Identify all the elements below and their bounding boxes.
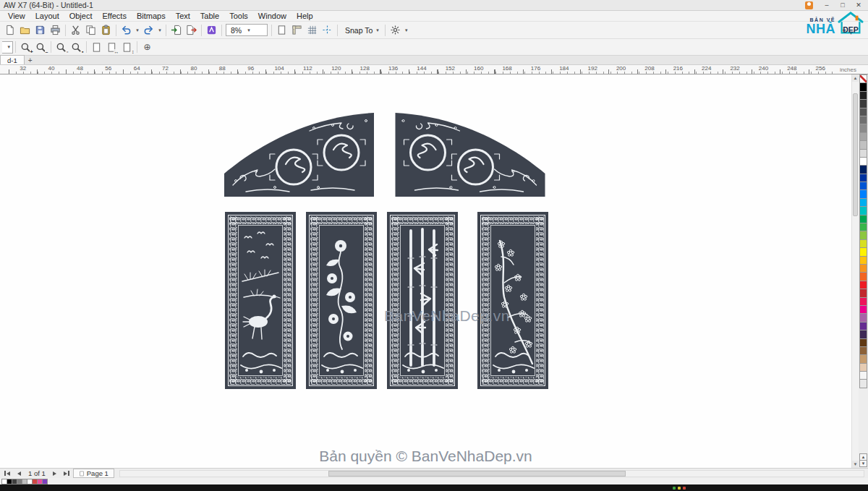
redo-button[interactable] [141,22,156,38]
zoom-in-button[interactable]: + [18,40,33,55]
show-guidelines-toggle[interactable] [320,22,335,38]
zoom-level-value: 8% [231,26,242,35]
zoom-to-all-objects-button[interactable]: ▪ [69,40,84,55]
show-rulers-toggle[interactable] [289,22,305,38]
zoom-to-page-width-button[interactable]: ↔ [104,40,119,55]
document-color-swatch[interactable] [42,479,48,484]
menu-item[interactable]: Layout [30,11,64,21]
scroll-down-button[interactable]: ▼ [852,461,859,468]
paste-button[interactable] [98,22,114,38]
vertical-scrollbar-thumb[interactable] [853,93,858,216]
zoom-to-selected-button[interactable]: ▫ [54,40,69,55]
document-tab-label: d-1 [7,56,17,64]
open-button[interactable] [17,22,33,38]
color-palette: ▲ ▼ [859,74,868,468]
menu-item[interactable]: Text [171,11,195,21]
snap-to-label: Snap To [345,26,373,35]
import-button[interactable] [169,22,184,38]
bottom-strip [0,484,868,491]
minimize-button[interactable]: – [819,0,835,10]
property-bar: ▾ + – ▫ ▪ ↔ ↕ ⊕ [0,38,868,56]
copy-button[interactable] [83,22,98,38]
gate-arch-panel-left[interactable] [224,113,374,197]
menu-item[interactable]: Table [195,11,224,21]
undo-button[interactable] [119,22,134,38]
application-launcher-button[interactable] [204,22,219,38]
ruler-unit-label: inches [840,67,856,73]
logo-text-main: NHÀ [807,22,836,35]
new-document-button[interactable] [2,22,17,38]
vertical-scrollbar[interactable]: ▲ ▼ [851,74,859,468]
indicator-dot [683,487,686,490]
zoom-out-button[interactable]: – [33,40,48,55]
menu-item[interactable]: Object [64,11,98,21]
page-tab[interactable]: Page 1 [73,469,114,478]
panel-peony-flowers[interactable] [306,212,377,389]
cut-button[interactable] [68,22,83,38]
indicator-dot [678,487,681,490]
export-button[interactable] [184,22,199,38]
menu-item[interactable]: View [3,11,30,21]
chevron-down-icon: ▾ [7,44,10,50]
next-page-button[interactable] [50,469,60,478]
scroll-up-button[interactable]: ▲ [852,74,859,82]
title-bar: AW X7 (64-Bit) - Untitled-1 – □ ✕ [0,0,868,11]
page-tab-label: Page 1 [87,469,109,477]
page-info: 1 of 1 [25,469,48,477]
previous-page-button[interactable] [14,469,24,478]
last-page-button[interactable] [61,469,72,478]
copyright-text: Bản quyền © BanVeNhaDep.vn [0,448,851,465]
palette-scroll-arrows: ▲ ▼ [859,454,867,468]
ruler-ticks-major [9,69,835,74]
page-navigation-bar: 1 of 1 Page 1 [0,468,868,478]
redo-dropdown-caret[interactable]: ▾ [156,22,163,38]
menu-item[interactable]: Effects [97,11,131,21]
cnc-gate-design[interactable] [0,74,851,468]
menu-item[interactable]: Bitmaps [132,11,171,21]
account-icon[interactable] [805,1,813,9]
house-icon: ĐẸP [837,12,864,35]
palette-expand-button[interactable]: ▼ [859,460,867,467]
quick-customize-caret[interactable]: ▾ [403,22,410,38]
drawing-canvas[interactable]: BanVeNhaDep.vn Bản quyền © BanVeNhaDep.v… [0,74,851,468]
undo-dropdown-caret[interactable]: ▾ [134,22,141,38]
first-page-button[interactable] [2,469,12,478]
horizontal-ruler[interactable]: 3240485664728088961041121201281361441521… [0,65,868,74]
document-tab[interactable]: d-1 [0,55,25,64]
save-button[interactable] [33,22,48,38]
show-grid-toggle[interactable] [305,22,320,38]
horizontal-scrollbar-thumb[interactable] [328,471,626,477]
chevron-down-icon: ▾ [247,27,250,33]
panel-cranes-pine[interactable] [225,212,296,389]
zoom-levels-combo-cropped[interactable]: ▾ [2,41,13,54]
standard-toolbar: ▾ ▾ 8% ▾ Snap To ▾ ▾ [0,21,868,38]
panel-bamboo[interactable] [387,212,458,389]
gate-arch-panel-right[interactable] [396,113,545,197]
banvenhadep-logo: BẢN VẼ NHÀ ĐẸP [807,12,865,35]
chevron-down-icon: ▾ [376,27,379,33]
menu-item[interactable]: Window [253,11,292,21]
menu-item[interactable]: Help [292,11,318,21]
color-palette-cells [859,75,867,388]
indicator-dot [673,487,676,490]
panel-plum-blossom[interactable] [477,212,548,389]
menu-bar: ViewLayoutObjectEffectsBitmapsTextTableT… [0,11,868,21]
palette-color-swatch[interactable] [859,379,867,388]
zoom-to-page-button[interactable] [89,40,104,55]
snap-to-dropdown[interactable]: Snap To ▾ [340,24,383,36]
menu-item[interactable]: Tools [224,11,253,21]
document-tab-row: d-1 + [0,56,868,65]
options-button[interactable] [388,22,403,38]
horizontal-scrollbar[interactable] [119,470,864,477]
close-button[interactable]: ✕ [851,0,867,10]
new-tab-button[interactable]: + [25,56,36,64]
maximize-button[interactable]: □ [835,0,851,10]
fullscreen-preview-button[interactable] [274,22,289,38]
zoom-levels-combo[interactable]: 8% ▾ [226,24,268,36]
zoom-to-page-height-button[interactable]: ↕ [119,40,135,55]
logo-text-badge: ĐẸP [837,25,864,34]
zoom-marquee-button[interactable]: ⊕ [140,40,155,55]
page-icon [79,470,85,477]
window-title: AW X7 (64-Bit) - Untitled-1 [4,1,93,9]
print-button[interactable] [48,22,63,38]
